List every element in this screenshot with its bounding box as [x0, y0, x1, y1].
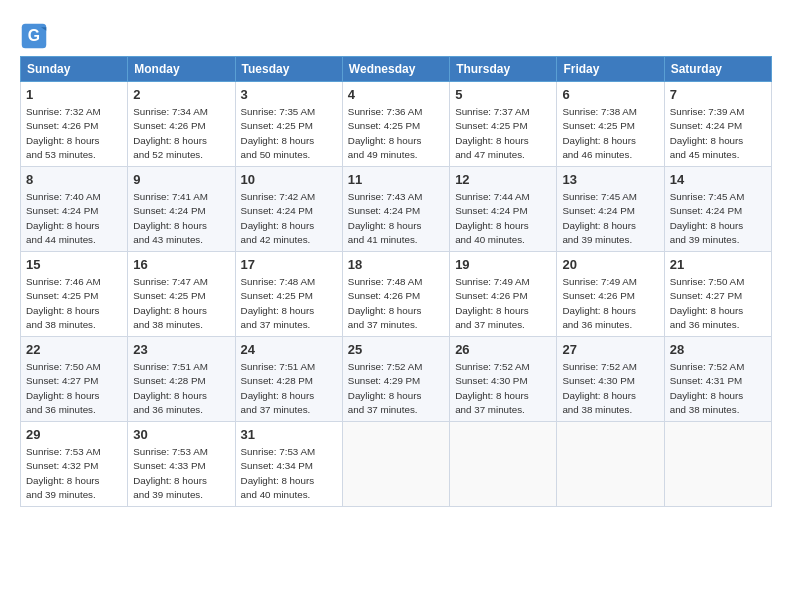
day-info-line: Sunset: 4:25 PM — [133, 290, 205, 301]
logo-icon: G — [20, 22, 48, 50]
day-info-line: Daylight: 8 hours — [562, 305, 636, 316]
day-info-line: and 43 minutes. — [133, 234, 203, 245]
day-info: Sunrise: 7:53 AMSunset: 4:32 PMDaylight:… — [26, 445, 122, 502]
day-info-line: Sunset: 4:34 PM — [241, 460, 313, 471]
day-info-line: Sunrise: 7:44 AM — [455, 191, 530, 202]
day-info-line: Sunrise: 7:43 AM — [348, 191, 423, 202]
day-number: 4 — [348, 86, 444, 104]
day-info-line: and 40 minutes. — [455, 234, 525, 245]
day-info-line: and 42 minutes. — [241, 234, 311, 245]
calendar-day-16: 16Sunrise: 7:47 AMSunset: 4:25 PMDayligh… — [128, 252, 235, 337]
day-info: Sunrise: 7:44 AMSunset: 4:24 PMDaylight:… — [455, 190, 551, 247]
day-info-line: Daylight: 8 hours — [670, 390, 744, 401]
day-info-line: Daylight: 8 hours — [241, 305, 315, 316]
day-info-line: Daylight: 8 hours — [133, 305, 207, 316]
calendar-day-6: 6Sunrise: 7:38 AMSunset: 4:25 PMDaylight… — [557, 82, 664, 167]
day-info-line: and 38 minutes. — [133, 319, 203, 330]
calendar-day-7: 7Sunrise: 7:39 AMSunset: 4:24 PMDaylight… — [664, 82, 771, 167]
day-info-line: Sunset: 4:25 PM — [562, 120, 634, 131]
calendar-week-1: 1Sunrise: 7:32 AMSunset: 4:26 PMDaylight… — [21, 82, 772, 167]
day-info: Sunrise: 7:37 AMSunset: 4:25 PMDaylight:… — [455, 105, 551, 162]
day-info-line: Daylight: 8 hours — [455, 220, 529, 231]
day-info-line: and 37 minutes. — [348, 319, 418, 330]
day-number: 28 — [670, 341, 766, 359]
day-number: 31 — [241, 426, 337, 444]
weekday-header-wednesday: Wednesday — [342, 57, 449, 82]
day-number: 25 — [348, 341, 444, 359]
day-info: Sunrise: 7:48 AMSunset: 4:26 PMDaylight:… — [348, 275, 444, 332]
day-info-line: Sunset: 4:25 PM — [241, 290, 313, 301]
day-info: Sunrise: 7:52 AMSunset: 4:29 PMDaylight:… — [348, 360, 444, 417]
day-info-line: and 38 minutes. — [670, 404, 740, 415]
day-info-line: Sunset: 4:24 PM — [241, 205, 313, 216]
svg-text:G: G — [28, 27, 40, 44]
day-info-line: and 36 minutes. — [670, 319, 740, 330]
day-info-line: Sunset: 4:26 PM — [26, 120, 98, 131]
day-info-line: Daylight: 8 hours — [455, 305, 529, 316]
day-info-line: and 36 minutes. — [133, 404, 203, 415]
calendar-empty-cell — [342, 422, 449, 507]
day-info-line: Sunrise: 7:52 AM — [562, 361, 637, 372]
calendar-day-10: 10Sunrise: 7:42 AMSunset: 4:24 PMDayligh… — [235, 167, 342, 252]
calendar-week-5: 29Sunrise: 7:53 AMSunset: 4:32 PMDayligh… — [21, 422, 772, 507]
day-info-line: Sunrise: 7:46 AM — [26, 276, 101, 287]
calendar-day-11: 11Sunrise: 7:43 AMSunset: 4:24 PMDayligh… — [342, 167, 449, 252]
day-info-line: and 45 minutes. — [670, 149, 740, 160]
day-info-line: and 38 minutes. — [562, 404, 632, 415]
day-info: Sunrise: 7:49 AMSunset: 4:26 PMDaylight:… — [562, 275, 658, 332]
day-info-line: Daylight: 8 hours — [241, 390, 315, 401]
day-info-line: Daylight: 8 hours — [562, 135, 636, 146]
day-info-line: and 37 minutes. — [241, 319, 311, 330]
day-info-line: Sunrise: 7:48 AM — [241, 276, 316, 287]
weekday-header-friday: Friday — [557, 57, 664, 82]
day-number: 2 — [133, 86, 229, 104]
calendar-day-30: 30Sunrise: 7:53 AMSunset: 4:33 PMDayligh… — [128, 422, 235, 507]
weekday-header-saturday: Saturday — [664, 57, 771, 82]
day-info-line: Sunrise: 7:52 AM — [455, 361, 530, 372]
calendar-day-24: 24Sunrise: 7:51 AMSunset: 4:28 PMDayligh… — [235, 337, 342, 422]
day-info: Sunrise: 7:39 AMSunset: 4:24 PMDaylight:… — [670, 105, 766, 162]
day-info-line: and 39 minutes. — [562, 234, 632, 245]
day-info-line: Daylight: 8 hours — [26, 135, 100, 146]
day-info-line: Sunrise: 7:37 AM — [455, 106, 530, 117]
day-info-line: and 38 minutes. — [26, 319, 96, 330]
day-info: Sunrise: 7:35 AMSunset: 4:25 PMDaylight:… — [241, 105, 337, 162]
day-number: 19 — [455, 256, 551, 274]
calendar-day-18: 18Sunrise: 7:48 AMSunset: 4:26 PMDayligh… — [342, 252, 449, 337]
day-info-line: and 41 minutes. — [348, 234, 418, 245]
day-info: Sunrise: 7:52 AMSunset: 4:30 PMDaylight:… — [562, 360, 658, 417]
page-container: G SundayMondayTuesdayWednesdayThursdayFr… — [0, 0, 792, 519]
day-info-line: Sunrise: 7:52 AM — [670, 361, 745, 372]
day-info-line: Sunrise: 7:49 AM — [455, 276, 530, 287]
day-info: Sunrise: 7:47 AMSunset: 4:25 PMDaylight:… — [133, 275, 229, 332]
day-number: 12 — [455, 171, 551, 189]
day-info-line: and 46 minutes. — [562, 149, 632, 160]
day-info: Sunrise: 7:38 AMSunset: 4:25 PMDaylight:… — [562, 105, 658, 162]
calendar-day-23: 23Sunrise: 7:51 AMSunset: 4:28 PMDayligh… — [128, 337, 235, 422]
day-number: 5 — [455, 86, 551, 104]
day-info-line: Sunset: 4:33 PM — [133, 460, 205, 471]
day-info: Sunrise: 7:53 AMSunset: 4:34 PMDaylight:… — [241, 445, 337, 502]
calendar-day-31: 31Sunrise: 7:53 AMSunset: 4:34 PMDayligh… — [235, 422, 342, 507]
day-number: 30 — [133, 426, 229, 444]
calendar-day-9: 9Sunrise: 7:41 AMSunset: 4:24 PMDaylight… — [128, 167, 235, 252]
day-info-line: Sunrise: 7:53 AM — [133, 446, 208, 457]
day-info-line: Sunrise: 7:47 AM — [133, 276, 208, 287]
day-number: 10 — [241, 171, 337, 189]
calendar-day-4: 4Sunrise: 7:36 AMSunset: 4:25 PMDaylight… — [342, 82, 449, 167]
day-info-line: Sunrise: 7:38 AM — [562, 106, 637, 117]
calendar-table: SundayMondayTuesdayWednesdayThursdayFrid… — [20, 56, 772, 507]
day-number: 24 — [241, 341, 337, 359]
day-info-line: Sunset: 4:25 PM — [241, 120, 313, 131]
weekday-header-thursday: Thursday — [450, 57, 557, 82]
calendar-day-21: 21Sunrise: 7:50 AMSunset: 4:27 PMDayligh… — [664, 252, 771, 337]
day-info-line: Daylight: 8 hours — [26, 305, 100, 316]
day-number: 21 — [670, 256, 766, 274]
day-info: Sunrise: 7:50 AMSunset: 4:27 PMDaylight:… — [670, 275, 766, 332]
weekday-header-row: SundayMondayTuesdayWednesdayThursdayFrid… — [21, 57, 772, 82]
calendar-day-17: 17Sunrise: 7:48 AMSunset: 4:25 PMDayligh… — [235, 252, 342, 337]
day-info-line: Daylight: 8 hours — [455, 135, 529, 146]
day-info-line: Daylight: 8 hours — [133, 135, 207, 146]
day-info: Sunrise: 7:51 AMSunset: 4:28 PMDaylight:… — [133, 360, 229, 417]
calendar-body: 1Sunrise: 7:32 AMSunset: 4:26 PMDaylight… — [21, 82, 772, 507]
